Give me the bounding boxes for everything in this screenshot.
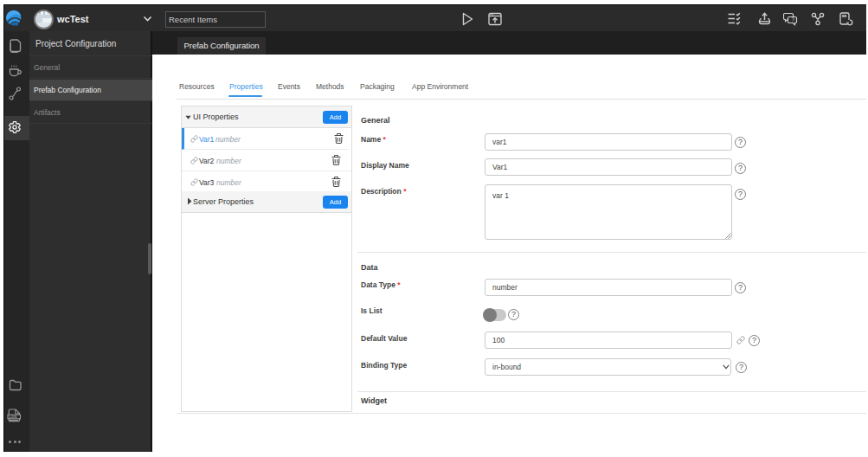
svg-text:LOG: LOG <box>10 415 17 419</box>
svg-text:?: ? <box>791 16 794 23</box>
